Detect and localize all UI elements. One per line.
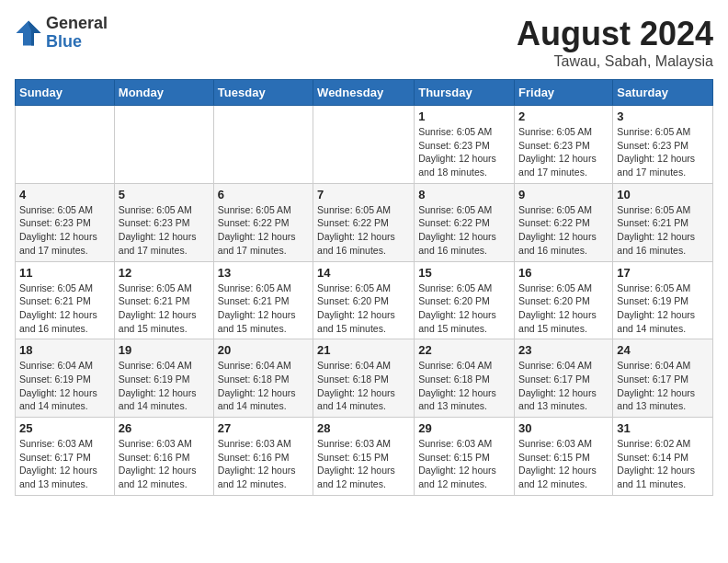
- day-number: 31: [617, 421, 709, 435]
- day-number: 8: [418, 188, 510, 201]
- title-block: August 2024 Tawau, Sabah, Malaysia: [517, 15, 713, 70]
- calendar-cell: 29Sunrise: 6:03 AM Sunset: 6:15 PM Dayli…: [415, 418, 515, 496]
- day-number: 15: [418, 266, 510, 280]
- day-number: 28: [317, 421, 410, 435]
- day-info: Sunrise: 6:05 AM Sunset: 6:20 PM Dayligh…: [317, 282, 410, 336]
- calendar-cell: 2Sunrise: 6:05 AM Sunset: 6:23 PM Daylig…: [515, 106, 613, 184]
- col-monday: Monday: [114, 80, 213, 106]
- calendar-header: Sunday Monday Tuesday Wednesday Thursday…: [16, 80, 713, 106]
- day-info: Sunrise: 6:04 AM Sunset: 6:18 PM Dayligh…: [317, 359, 410, 413]
- day-info: Sunrise: 6:02 AM Sunset: 6:14 PM Dayligh…: [617, 437, 709, 491]
- calendar-cell: 5Sunrise: 6:05 AM Sunset: 6:23 PM Daylig…: [114, 183, 213, 261]
- day-info: Sunrise: 6:03 AM Sunset: 6:16 PM Dayligh…: [119, 437, 210, 491]
- calendar-cell: 9Sunrise: 6:05 AM Sunset: 6:22 PM Daylig…: [515, 183, 613, 261]
- calendar-cell: [16, 106, 115, 184]
- calendar-cell: 4Sunrise: 6:05 AM Sunset: 6:23 PM Daylig…: [16, 183, 115, 261]
- day-info: Sunrise: 6:04 AM Sunset: 6:18 PM Dayligh…: [218, 359, 309, 413]
- col-friday: Friday: [515, 80, 613, 106]
- day-info: Sunrise: 6:03 AM Sunset: 6:16 PM Dayligh…: [218, 437, 309, 491]
- logo-text: General Blue: [46, 15, 108, 52]
- day-number: 2: [518, 109, 609, 123]
- day-number: 21: [317, 343, 410, 357]
- calendar-cell: 26Sunrise: 6:03 AM Sunset: 6:16 PM Dayli…: [114, 418, 213, 496]
- day-info: Sunrise: 6:05 AM Sunset: 6:23 PM Dayligh…: [518, 125, 609, 179]
- day-number: 16: [518, 266, 609, 280]
- calendar-cell: 27Sunrise: 6:03 AM Sunset: 6:16 PM Dayli…: [213, 418, 313, 496]
- day-number: 19: [119, 343, 210, 357]
- calendar-cell: 18Sunrise: 6:04 AM Sunset: 6:19 PM Dayli…: [16, 339, 115, 418]
- calendar-cell: 13Sunrise: 6:05 AM Sunset: 6:21 PM Dayli…: [213, 261, 313, 339]
- calendar-cell: [313, 106, 415, 184]
- col-wednesday: Wednesday: [313, 80, 415, 106]
- day-info: Sunrise: 6:03 AM Sunset: 6:15 PM Dayligh…: [418, 437, 510, 491]
- subtitle: Tawau, Sabah, Malaysia: [517, 53, 713, 70]
- calendar-cell: 31Sunrise: 6:02 AM Sunset: 6:14 PM Dayli…: [613, 418, 713, 496]
- calendar-week-row: 4Sunrise: 6:05 AM Sunset: 6:23 PM Daylig…: [16, 183, 713, 261]
- day-info: Sunrise: 6:04 AM Sunset: 6:17 PM Dayligh…: [617, 359, 709, 413]
- calendar-cell: [213, 106, 313, 184]
- header-row: Sunday Monday Tuesday Wednesday Thursday…: [16, 80, 713, 106]
- calendar-cell: 7Sunrise: 6:05 AM Sunset: 6:22 PM Daylig…: [313, 183, 415, 261]
- day-number: 5: [119, 188, 210, 201]
- calendar-cell: 23Sunrise: 6:04 AM Sunset: 6:17 PM Dayli…: [515, 339, 613, 418]
- calendar-cell: 10Sunrise: 6:05 AM Sunset: 6:21 PM Dayli…: [613, 183, 713, 261]
- day-info: Sunrise: 6:03 AM Sunset: 6:15 PM Dayligh…: [317, 437, 410, 491]
- day-number: 3: [617, 109, 709, 123]
- day-number: 1: [418, 109, 510, 123]
- calendar-cell: 30Sunrise: 6:03 AM Sunset: 6:15 PM Dayli…: [515, 418, 613, 496]
- col-saturday: Saturday: [613, 80, 713, 106]
- calendar-cell: 3Sunrise: 6:05 AM Sunset: 6:23 PM Daylig…: [613, 106, 713, 184]
- day-number: 23: [518, 343, 609, 357]
- calendar-body: 1Sunrise: 6:05 AM Sunset: 6:23 PM Daylig…: [16, 106, 713, 496]
- day-number: 7: [317, 188, 410, 201]
- day-number: 18: [19, 343, 110, 357]
- day-info: Sunrise: 6:05 AM Sunset: 6:22 PM Dayligh…: [218, 203, 309, 258]
- day-number: 6: [218, 188, 309, 201]
- day-info: Sunrise: 6:03 AM Sunset: 6:15 PM Dayligh…: [518, 437, 609, 491]
- day-number: 12: [119, 266, 210, 280]
- day-info: Sunrise: 6:05 AM Sunset: 6:23 PM Dayligh…: [119, 203, 210, 258]
- col-sunday: Sunday: [16, 80, 115, 106]
- day-info: Sunrise: 6:05 AM Sunset: 6:19 PM Dayligh…: [617, 282, 709, 336]
- calendar-cell: 21Sunrise: 6:04 AM Sunset: 6:18 PM Dayli…: [313, 339, 415, 418]
- day-number: 30: [518, 421, 609, 435]
- day-number: 25: [19, 421, 110, 435]
- calendar-cell: 14Sunrise: 6:05 AM Sunset: 6:20 PM Dayli…: [313, 261, 415, 339]
- page-header: General Blue August 2024 Tawau, Sabah, M…: [15, 15, 713, 70]
- day-info: Sunrise: 6:05 AM Sunset: 6:23 PM Dayligh…: [19, 203, 110, 258]
- col-tuesday: Tuesday: [213, 80, 313, 106]
- day-number: 10: [617, 188, 709, 201]
- calendar-cell: [114, 106, 213, 184]
- calendar-week-row: 25Sunrise: 6:03 AM Sunset: 6:17 PM Dayli…: [16, 418, 713, 496]
- calendar-cell: 20Sunrise: 6:04 AM Sunset: 6:18 PM Dayli…: [213, 339, 313, 418]
- day-info: Sunrise: 6:05 AM Sunset: 6:21 PM Dayligh…: [119, 282, 210, 336]
- logo-icon: [15, 19, 42, 47]
- calendar-week-row: 11Sunrise: 6:05 AM Sunset: 6:21 PM Dayli…: [16, 261, 713, 339]
- day-number: 17: [617, 266, 709, 280]
- calendar-cell: 22Sunrise: 6:04 AM Sunset: 6:18 PM Dayli…: [415, 339, 515, 418]
- calendar-cell: 12Sunrise: 6:05 AM Sunset: 6:21 PM Dayli…: [114, 261, 213, 339]
- day-number: 26: [119, 421, 210, 435]
- calendar-cell: 24Sunrise: 6:04 AM Sunset: 6:17 PM Dayli…: [613, 339, 713, 418]
- day-number: 24: [617, 343, 709, 357]
- day-info: Sunrise: 6:04 AM Sunset: 6:19 PM Dayligh…: [119, 359, 210, 413]
- day-number: 22: [418, 343, 510, 357]
- calendar-cell: 11Sunrise: 6:05 AM Sunset: 6:21 PM Dayli…: [16, 261, 115, 339]
- day-info: Sunrise: 6:05 AM Sunset: 6:21 PM Dayligh…: [19, 282, 110, 336]
- day-info: Sunrise: 6:05 AM Sunset: 6:23 PM Dayligh…: [617, 125, 709, 179]
- col-thursday: Thursday: [415, 80, 515, 106]
- day-info: Sunrise: 6:05 AM Sunset: 6:22 PM Dayligh…: [317, 203, 410, 258]
- day-info: Sunrise: 6:05 AM Sunset: 6:22 PM Dayligh…: [418, 203, 510, 258]
- day-info: Sunrise: 6:04 AM Sunset: 6:19 PM Dayligh…: [19, 359, 110, 413]
- calendar-table: Sunday Monday Tuesday Wednesday Thursday…: [15, 79, 713, 496]
- day-info: Sunrise: 6:05 AM Sunset: 6:20 PM Dayligh…: [518, 282, 609, 336]
- calendar-cell: 15Sunrise: 6:05 AM Sunset: 6:20 PM Dayli…: [415, 261, 515, 339]
- day-number: 11: [19, 266, 110, 280]
- logo-blue-text: Blue: [46, 33, 108, 52]
- calendar-cell: 1Sunrise: 6:05 AM Sunset: 6:23 PM Daylig…: [415, 106, 515, 184]
- logo: General Blue: [15, 15, 108, 52]
- day-info: Sunrise: 6:04 AM Sunset: 6:17 PM Dayligh…: [518, 359, 609, 413]
- day-number: 20: [218, 343, 309, 357]
- calendar-cell: 28Sunrise: 6:03 AM Sunset: 6:15 PM Dayli…: [313, 418, 415, 496]
- day-info: Sunrise: 6:05 AM Sunset: 6:22 PM Dayligh…: [518, 203, 609, 258]
